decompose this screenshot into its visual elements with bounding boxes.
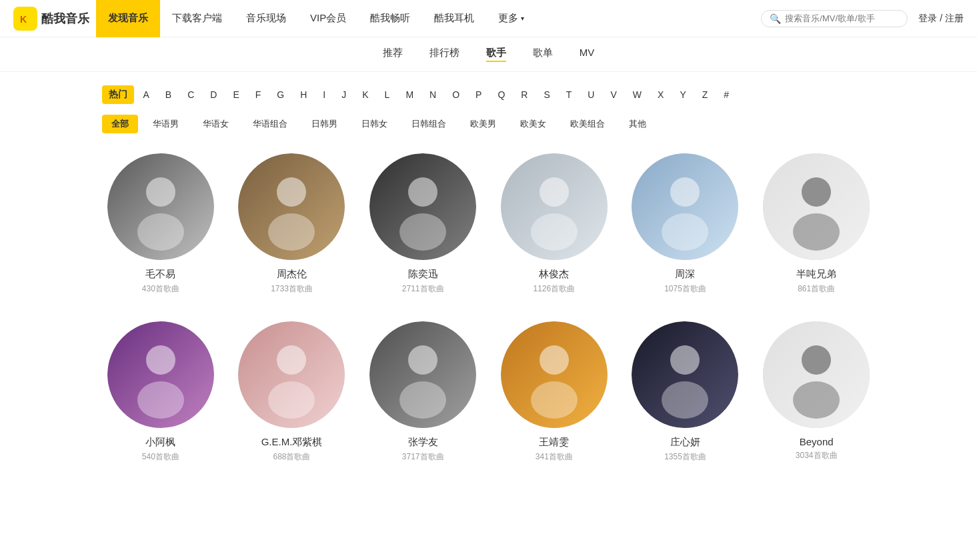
cat-btn-日韩组合[interactable]: 日韩组合 <box>402 115 455 133</box>
cat-btn-全部[interactable]: 全部 <box>102 115 138 133</box>
alpha-btn-U[interactable]: U <box>581 86 601 103</box>
artist-item[interactable]: 毛不易430首歌曲 <box>102 153 220 295</box>
artist-song-count: 1733首歌曲 <box>271 283 313 295</box>
artist-item[interactable]: 王靖雯341首歌曲 <box>496 321 614 463</box>
artist-song-count: 861首歌曲 <box>798 283 835 295</box>
artist-item[interactable]: 庄心妍1355首歌曲 <box>626 321 744 463</box>
search-box[interactable]: 🔍 <box>761 10 908 27</box>
alpha-btn-Q[interactable]: Q <box>491 86 512 103</box>
cat-btn-华语女[interactable]: 华语女 <box>193 115 238 133</box>
alpha-btn-V[interactable]: V <box>604 86 623 103</box>
login-button[interactable]: 登录 / 注册 <box>918 13 964 25</box>
nav-earphone[interactable]: 酷我耳机 <box>422 0 486 37</box>
alpha-btn-E[interactable]: E <box>226 86 245 103</box>
artist-avatar <box>369 153 476 260</box>
svg-point-33 <box>670 345 700 375</box>
cat-btn-日韩女[interactable]: 日韩女 <box>352 115 397 133</box>
alpha-btn-I[interactable]: I <box>316 86 332 103</box>
alpha-btn-P[interactable]: P <box>469 86 488 103</box>
svg-point-31 <box>531 381 578 419</box>
svg-point-15 <box>670 177 700 207</box>
artist-avatar <box>632 321 738 428</box>
cat-btn-欧美男[interactable]: 欧美男 <box>461 115 506 133</box>
artist-song-count: 1075首歌曲 <box>664 283 706 295</box>
nav-download[interactable]: 下载客户端 <box>160 0 234 37</box>
artist-song-count: 2711首歌曲 <box>402 283 444 295</box>
tab-playlist[interactable]: 歌单 <box>533 47 553 62</box>
artist-avatar <box>763 321 870 428</box>
artist-item[interactable]: 陈奕迅2711首歌曲 <box>364 153 482 295</box>
alpha-btn-W[interactable]: W <box>626 86 648 103</box>
alpha-btn-Y[interactable]: Y <box>673 86 692 103</box>
artist-song-count: 1126首歌曲 <box>533 283 575 295</box>
artist-item[interactable]: 半吨兄弟861首歌曲 <box>758 153 876 295</box>
alpha-btn-B[interactable]: B <box>159 86 178 103</box>
svg-point-34 <box>662 381 708 419</box>
alpha-btn-C[interactable]: C <box>181 86 201 103</box>
artist-avatar <box>238 321 345 428</box>
svg-point-19 <box>793 213 840 251</box>
svg-point-21 <box>146 345 175 375</box>
artist-name: 半吨兄弟 <box>796 268 836 281</box>
artist-item[interactable]: 小阿枫540首歌曲 <box>102 321 220 463</box>
svg-point-16 <box>662 213 708 251</box>
artist-song-count: 688首歌曲 <box>273 451 310 463</box>
sub-nav: 推荐 排行榜 歌手 歌单 MV <box>0 37 977 72</box>
artist-item[interactable]: Beyond3034首歌曲 <box>758 321 876 463</box>
alpha-btn-热门[interactable]: 热门 <box>102 85 134 104</box>
artist-avatar <box>763 153 870 260</box>
svg-point-7 <box>268 213 315 251</box>
alpha-btn-R[interactable]: R <box>514 86 534 103</box>
nav-discover[interactable]: 发现音乐 <box>96 0 160 37</box>
artist-item[interactable]: 周深1075首歌曲 <box>626 153 744 295</box>
alpha-btn-S[interactable]: S <box>537 86 556 103</box>
alpha-btn-F[interactable]: F <box>249 86 268 103</box>
artist-item[interactable]: G.E.M.邓紫棋688首歌曲 <box>233 321 351 463</box>
alpha-btn-Z[interactable]: Z <box>696 86 715 103</box>
cat-btn-日韩男[interactable]: 日韩男 <box>302 115 347 133</box>
artist-avatar <box>238 153 345 260</box>
alpha-btn-K[interactable]: K <box>355 86 375 103</box>
alpha-btn-N[interactable]: N <box>423 86 443 103</box>
cat-btn-华语男[interactable]: 华语男 <box>143 115 188 133</box>
alpha-btn-X[interactable]: X <box>651 86 670 103</box>
alpha-btn-D[interactable]: D <box>203 86 223 103</box>
search-input[interactable] <box>785 13 899 23</box>
alpha-btn-A[interactable]: A <box>137 86 156 103</box>
alpha-btn-G[interactable]: G <box>270 86 291 103</box>
svg-point-37 <box>793 381 840 419</box>
artist-grid-row1: 毛不易430首歌曲周杰伦1733首歌曲陈奕迅2711首歌曲林俊杰1126首歌曲周… <box>102 153 876 295</box>
logo[interactable]: K 酷我音乐 <box>13 7 89 31</box>
artist-item[interactable]: 周杰伦1733首歌曲 <box>233 153 351 295</box>
svg-point-6 <box>277 177 306 207</box>
artist-name: G.E.M.邓紫棋 <box>261 436 323 449</box>
artist-name: 林俊杰 <box>539 268 569 281</box>
nav-listen[interactable]: 酷我畅听 <box>358 0 422 37</box>
nav-more[interactable]: 更多 ▾ <box>486 0 536 37</box>
tab-artist[interactable]: 歌手 <box>486 47 506 62</box>
alpha-btn-J[interactable]: J <box>335 86 353 103</box>
artist-item[interactable]: 张学友3717首歌曲 <box>364 321 482 463</box>
tab-mv[interactable]: MV <box>580 47 595 62</box>
alpha-btn-T[interactable]: T <box>560 86 579 103</box>
svg-point-12 <box>540 177 569 207</box>
alpha-btn-#[interactable]: # <box>717 86 736 103</box>
alpha-btn-O[interactable]: O <box>445 86 466 103</box>
svg-point-25 <box>268 381 315 419</box>
svg-point-13 <box>531 213 578 251</box>
alpha-btn-M[interactable]: M <box>399 86 420 103</box>
cat-btn-其他[interactable]: 其他 <box>620 115 656 133</box>
cat-btn-欧美组合[interactable]: 欧美组合 <box>561 115 614 133</box>
nav-live[interactable]: 音乐现场 <box>234 0 298 37</box>
artist-item[interactable]: 林俊杰1126首歌曲 <box>496 153 614 295</box>
artist-name: 周杰伦 <box>277 268 307 281</box>
nav-vip[interactable]: VIP会员 <box>298 0 358 37</box>
cat-btn-华语组合[interactable]: 华语组合 <box>243 115 297 133</box>
svg-point-3 <box>146 177 175 207</box>
tab-chart[interactable]: 排行榜 <box>429 47 459 62</box>
logo-text: 酷我音乐 <box>41 11 89 27</box>
alpha-btn-L[interactable]: L <box>378 86 397 103</box>
tab-recommend[interactable]: 推荐 <box>383 47 403 62</box>
alpha-btn-H[interactable]: H <box>293 86 313 103</box>
cat-btn-欧美女[interactable]: 欧美女 <box>511 115 556 133</box>
